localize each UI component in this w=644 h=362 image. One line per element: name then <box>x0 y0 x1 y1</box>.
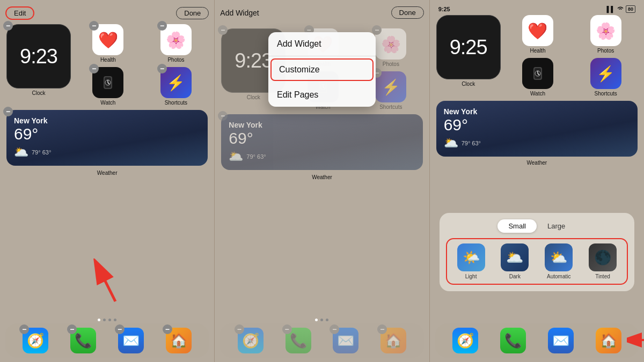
weather-icon-row-2: 🌥️ 79° 63° <box>229 150 415 164</box>
weather-widget-2[interactable]: New York 69° 🌥️ 79° 63° <box>221 114 422 170</box>
done-button[interactable]: Done <box>176 7 209 19</box>
minus-home[interactable]: − <box>163 324 172 334</box>
signal-icon: ▌▌ <box>606 6 615 12</box>
panel-3: 9:25 ▌▌ 80 9:25 Clock ❤️ Health 🌸 Photos <box>429 0 644 362</box>
dock-1: − 🧭 − 📞 − ✉️ − 🏠 <box>5 323 209 358</box>
dock-3: 🧭 📞 ✉️ 🏠 <box>435 323 639 358</box>
photos-app-3: 🌸 Photos <box>574 15 638 54</box>
tinted-label: Tinted <box>595 274 610 279</box>
weather-widget-3[interactable]: New York 69° 🌥️ 79° 63° <box>436 101 638 157</box>
dot-2-3 <box>326 319 328 321</box>
minus-shortcuts[interactable]: − <box>157 64 167 73</box>
dot-2-2 <box>320 319 323 321</box>
dot-4 <box>114 319 116 321</box>
option-tinted[interactable]: 🌑 Tinted <box>583 243 623 279</box>
svg-line-6 <box>99 269 115 301</box>
toggle-small[interactable]: Small <box>497 219 537 233</box>
context-add-widget[interactable]: Add Widget <box>268 32 376 56</box>
dark-icon: 🌥️ <box>501 243 529 271</box>
auto-icon: ⛅ <box>545 243 573 271</box>
weather-temp-2: 69° <box>229 129 415 147</box>
shortcuts-label: Shortcuts <box>165 100 187 106</box>
cloud-icon: 🌥️ <box>14 145 28 159</box>
shortcuts-icon-3[interactable]: ⚡ <box>590 58 621 89</box>
dot-2 <box>103 319 106 321</box>
weather-range-3: 79° 63° <box>462 140 481 146</box>
top-apps-row-3: 9:25 Clock ❤️ Health 🌸 Photos Watch ⚡ Sh… <box>435 15 639 97</box>
sheet-toggle: Small Large <box>446 219 628 233</box>
clock-label-3: Clock <box>462 81 475 87</box>
home-icon-3[interactable]: 🏠 <box>596 328 621 353</box>
faded-clock-time: 9:23 <box>235 49 272 72</box>
weather-range-2: 79° 63° <box>246 153 266 160</box>
edit-button[interactable]: Edit <box>5 6 34 20</box>
weather-wrapper-1: − New York 69° 🌥️ 79° 63° Weather <box>5 110 209 176</box>
weather-icon-row-3: 🌥️ 79° 63° <box>444 136 630 150</box>
minus-photos[interactable]: − <box>157 21 167 31</box>
minus-safari-2: − <box>235 324 244 334</box>
weather-wrapper-3: New York 69° 🌥️ 79° 63° Weather <box>435 101 639 166</box>
minus-clock[interactable]: − <box>3 21 13 31</box>
minus-mail[interactable]: − <box>115 324 125 334</box>
page-dots-1 <box>98 319 116 321</box>
right-apps-grid-3: ❤️ Health 🌸 Photos Watch ⚡ Shortcuts <box>506 15 638 97</box>
minus-weather[interactable]: − <box>3 107 13 116</box>
bottom-sheet: Small Large 🌤️ Light 🌥️ Dark ⛅ Automatic… <box>440 213 634 291</box>
top-apps-row-1: − 9:23 Clock − ❤️ Health − 🌸 <box>5 24 209 106</box>
weather-city-3: New York <box>444 107 630 116</box>
weather-temp-1: 69° <box>14 125 200 143</box>
photos-label-3: Photos <box>597 48 614 54</box>
panel-1: Edit Done − 9:23 Clock − ❤️ Health <box>0 0 214 362</box>
option-light[interactable]: 🌤️ Light <box>451 243 491 279</box>
watch-label-3: Watch <box>530 91 545 97</box>
dot-1 <box>98 319 100 321</box>
health-icon-3[interactable]: ❤️ <box>522 15 553 46</box>
watch-app: − Watch <box>76 67 140 106</box>
faded-photos-label: Photos <box>383 61 399 67</box>
photos-app: − 🌸 Photos <box>144 24 208 63</box>
dark-label: Dark <box>509 274 521 279</box>
wifi-icon <box>617 6 624 12</box>
weather-range-1: 79° 63° <box>32 149 51 156</box>
shortcuts-label-3: Shortcuts <box>595 91 617 97</box>
sheet-options: 🌤️ Light 🌥️ Dark ⛅ Automatic 🌑 Tinted <box>446 238 628 285</box>
add-widget-title: Add Widget <box>220 9 259 17</box>
weather-label-3: Weather <box>436 160 638 166</box>
watch-label: Watch <box>100 100 115 106</box>
page-dots-2 <box>315 319 328 321</box>
clock-time: 9:23 <box>20 45 57 68</box>
option-auto[interactable]: ⛅ Automatic <box>539 243 579 279</box>
safari-icon-3[interactable]: 🧭 <box>452 328 478 353</box>
light-icon: 🌤️ <box>457 243 485 271</box>
top-bar-1: Edit Done <box>5 4 209 24</box>
panel-2: Add Widget Done Add Widget Customize Edi… <box>214 0 429 362</box>
context-edit-pages[interactable]: Edit Pages <box>268 83 376 107</box>
clock-widget-3[interactable]: 9:25 <box>436 15 501 79</box>
health-app-3: ❤️ Health <box>506 15 570 54</box>
weather-icon-row-1: 🌥️ 79° 63° <box>14 145 200 159</box>
weather-wrapper-2: − New York 69° 🌥️ 79° 63° Weather <box>220 114 423 180</box>
weather-widget-1[interactable]: New York 69° 🌥️ 79° 63° <box>6 110 208 166</box>
context-customize[interactable]: Customize <box>270 58 374 81</box>
health-label: Health <box>100 57 116 63</box>
weather-label-1: Weather <box>6 170 208 176</box>
option-dark[interactable]: 🌥️ Dark <box>495 243 535 279</box>
photos-icon-3[interactable]: 🌸 <box>590 15 621 46</box>
cloud-icon-3: 🌥️ <box>444 136 458 150</box>
toggle-large[interactable]: Large <box>537 219 576 233</box>
clock-time-3: 9:25 <box>450 36 487 59</box>
done-button-2[interactable]: Done <box>391 6 424 19</box>
watch-icon-3[interactable] <box>522 58 553 89</box>
faded-shortcuts-label: Shortcuts <box>379 104 402 110</box>
dock-2: − 🧭 − 📞 − ✉️ − 🏠 <box>220 323 423 358</box>
phone-icon-3[interactable]: 📞 <box>500 328 526 353</box>
health-app: − ❤️ Health <box>76 24 140 63</box>
spacer-1 <box>5 178 209 314</box>
top-bar-2: Add Widget Done <box>220 4 423 23</box>
clock-widget[interactable]: 9:23 <box>6 24 71 88</box>
light-label: Light <box>465 274 477 279</box>
mail-icon-3[interactable]: ✉️ <box>548 328 574 353</box>
clock-app-3: 9:25 Clock <box>436 15 501 87</box>
status-time: 9:25 <box>438 6 450 12</box>
weather-temp-3: 69° <box>444 116 630 134</box>
